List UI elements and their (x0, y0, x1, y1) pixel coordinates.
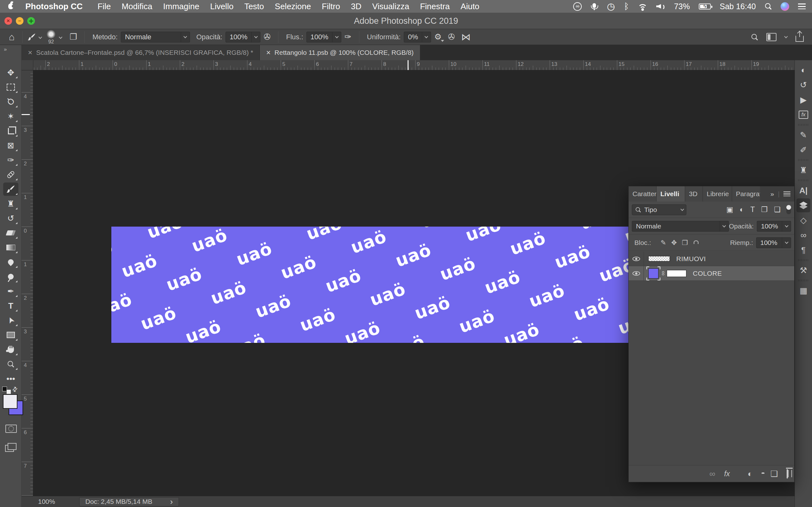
bluetooth-icon[interactable]: ᛒ (624, 2, 629, 11)
menu-item-livello[interactable]: Livello (205, 2, 239, 11)
move-tool[interactable]: ✥ (3, 66, 18, 79)
healing-brush-tool[interactable] (3, 168, 18, 181)
notification-center-icon[interactable] (798, 3, 806, 9)
menu-item-immagine[interactable]: Immagine (158, 2, 205, 11)
smoothing-pressure-icon[interactable]: ✇ (448, 32, 455, 42)
app-menu[interactable]: Photoshop CC (21, 2, 87, 11)
lock-position-icon[interactable]: ✥ (671, 239, 677, 246)
microphone-icon[interactable] (593, 3, 596, 8)
new-layer-icon[interactable]: ❏ (770, 469, 778, 479)
opacity-field[interactable]: 100% (225, 32, 260, 43)
layer-blend-mode-select[interactable]: Normale (632, 221, 729, 232)
layer-row-rimuovi[interactable]: RIMUOVI (629, 251, 794, 266)
smart-object-filter-icon[interactable]: ❏ (774, 205, 780, 214)
menu-item-modifica[interactable]: Modifica (116, 2, 158, 11)
apple-icon[interactable] (8, 3, 13, 9)
smoothing-options-gear-icon[interactable]: ⚙ (434, 32, 442, 42)
edit-toolbar[interactable]: ••• (3, 372, 18, 385)
workspace-chevron-icon[interactable] (784, 35, 788, 38)
tab-carattere[interactable]: Carattere (629, 186, 657, 202)
path-selection-tool[interactable]: ➤ (3, 314, 18, 327)
airbrush-icon[interactable]: ✑ (345, 32, 351, 42)
menu-item-selezione[interactable]: Selezione (269, 2, 316, 11)
layers-panel-icon[interactable] (797, 199, 810, 212)
marquee-tool[interactable] (3, 80, 18, 94)
menu-item-testo[interactable]: Testo (239, 2, 269, 11)
menu-item-file[interactable]: File (92, 2, 116, 11)
flow-field[interactable]: 100% (306, 32, 341, 43)
screen-mode-button[interactable] (5, 443, 16, 452)
new-adjustment-layer-icon[interactable]: ◐ (748, 469, 753, 479)
layer-fill-field[interactable]: 100% (756, 237, 791, 248)
default-colors-icon[interactable] (2, 387, 11, 394)
brush-settings-panel-icon[interactable]: ✎ (797, 128, 810, 142)
magic-wand-tool[interactable]: ✶ (3, 110, 18, 123)
lock-pixels-icon[interactable]: ✎ (661, 239, 666, 246)
close-tab-icon[interactable]: × (28, 49, 32, 56)
layer-mask-thumbnail[interactable] (667, 270, 687, 277)
brush-tool-icon[interactable] (27, 32, 37, 42)
dodge-tool[interactable] (3, 270, 18, 283)
adjustments-panel-icon[interactable]: ◐ (797, 63, 810, 77)
history-panel-icon[interactable]: ↺ (797, 78, 810, 92)
swap-colors-icon[interactable]: ⇄ (10, 385, 19, 394)
gradient-tool[interactable] (3, 241, 18, 254)
actions-panel-icon[interactable]: ▶ (797, 93, 810, 107)
blur-tool[interactable] (3, 256, 18, 269)
clone-stamp-tool[interactable]: ♜ (3, 197, 18, 210)
horizontal-ruler[interactable]: 21012345678910111213141516171819 (33, 60, 795, 70)
document-tab-active[interactable]: × Rettangolo 11.psb @ 100% (COLORE, RGB/… (260, 45, 420, 60)
smoothing-field[interactable]: 0% (404, 32, 431, 43)
wifi-icon[interactable] (638, 3, 647, 10)
quick-mask-button[interactable] (5, 425, 17, 433)
pen-tool[interactable]: ✒ (3, 285, 18, 298)
menu-item-visualizza[interactable]: Visualizza (367, 2, 415, 11)
tab-3d[interactable]: 3D (685, 186, 703, 202)
menu-item-3d[interactable]: 3D (345, 2, 367, 11)
search-icon[interactable] (751, 34, 758, 41)
history-brush-tool[interactable]: ↺ (3, 212, 18, 225)
brush-preset-picker[interactable]: 92 (47, 30, 55, 44)
pixel-layer-filter-icon[interactable]: ▣ (726, 205, 733, 214)
brush-tool[interactable] (3, 182, 18, 196)
eyedropper-tool[interactable]: ✑ (3, 153, 18, 167)
type-tool[interactable]: T (3, 299, 18, 313)
ruler-corner[interactable] (21, 60, 33, 70)
shape-layer-filter-icon[interactable]: ❐ (761, 205, 768, 214)
creative-cloud-icon[interactable]: ∞ (573, 2, 582, 11)
crop-tool[interactable] (3, 124, 18, 137)
zoom-tool[interactable] (3, 357, 18, 371)
more-panels-icon[interactable]: » (770, 190, 774, 198)
layer-opacity-field[interactable]: 100% (757, 221, 791, 232)
doc-info-box[interactable]: Doc: 2,45 MB/5,14 MB › (79, 497, 179, 506)
styles-panel-icon[interactable]: fx (797, 108, 810, 122)
rectangle-tool[interactable] (3, 328, 18, 342)
properties-panel-icon[interactable]: ▦ (797, 284, 810, 297)
filter-toggle-switch[interactable] (786, 205, 791, 214)
brush-picker-chevron-icon[interactable] (59, 35, 62, 39)
home-icon[interactable]: ⌂ (9, 32, 14, 43)
layer-filter-select[interactable]: Tipo (632, 205, 687, 215)
status-options-chevron-icon[interactable]: › (170, 497, 173, 507)
layer-row-colore[interactable]: ∞COLORE (629, 266, 794, 281)
time-machine-icon[interactable]: ◷ (607, 1, 615, 12)
symmetry-butterfly-icon[interactable]: ⋈ (461, 32, 471, 43)
zoom-level-field[interactable]: 100% (38, 498, 67, 505)
layer-name[interactable]: RIMUOVI (676, 255, 706, 263)
tab-librerie[interactable]: Librerie (703, 186, 732, 202)
delete-layer-icon[interactable] (786, 469, 788, 478)
tab-paragrafo[interactable]: Paragrafo (732, 186, 760, 202)
layer-thumbnail[interactable] (648, 256, 670, 262)
workspace-switcher-icon[interactable] (766, 33, 776, 41)
siri-icon[interactable] (780, 2, 789, 11)
layer-visibility-toggle[interactable] (629, 266, 644, 280)
adjustment-layer-filter-icon[interactable]: ◐ (740, 205, 744, 214)
blend-mode-select[interactable]: Normale (121, 32, 190, 43)
eraser-tool[interactable] (3, 226, 18, 239)
vertical-ruler[interactable]: 4321012345678 (21, 70, 33, 496)
share-icon[interactable] (796, 36, 804, 42)
layer-thumbnail[interactable] (647, 267, 660, 280)
clone-source-panel-icon[interactable]: ♜ (797, 163, 810, 177)
foreground-color-swatch[interactable] (3, 394, 17, 409)
3d-panel-icon[interactable]: ◇ (797, 213, 810, 227)
